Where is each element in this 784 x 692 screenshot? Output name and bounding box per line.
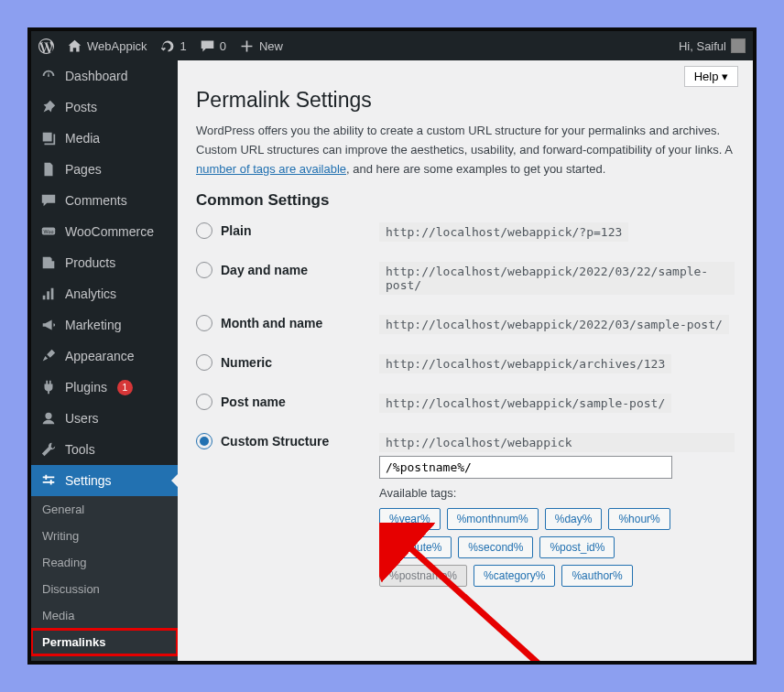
tag-year[interactable]: %year% xyxy=(379,508,441,530)
sidebar-item-products[interactable]: Products xyxy=(31,247,178,278)
sidebar-item-pages[interactable]: Pages xyxy=(31,154,178,185)
new-content-link[interactable]: New xyxy=(239,38,283,54)
media-icon xyxy=(40,130,57,146)
submenu-privacy[interactable]: Privacy xyxy=(31,655,178,661)
tag-category[interactable]: %category% xyxy=(474,565,555,587)
tag-second[interactable]: %second% xyxy=(458,536,533,558)
common-settings-heading: Common Settings xyxy=(196,191,735,210)
comments-link[interactable]: 0 xyxy=(200,38,226,54)
comment-bubble-icon xyxy=(200,38,215,54)
plus-icon xyxy=(239,38,255,54)
sidebar-item-tools[interactable]: Tools xyxy=(31,434,178,465)
tag-monthnum[interactable]: %monthnum% xyxy=(447,508,539,530)
tag-postid[interactable]: %post_id% xyxy=(539,536,615,558)
account-menu[interactable]: Hi, Saiful xyxy=(679,38,746,53)
settings-submenu: General Writing Reading Discussion Media… xyxy=(31,496,178,661)
radio-postname[interactable] xyxy=(196,394,212,410)
tag-minute[interactable]: %minute% xyxy=(379,536,452,558)
example-numeric: http://localhost/webappick/archives/123 xyxy=(379,354,671,373)
sidebar-item-settings[interactable]: Settings xyxy=(31,465,178,496)
permalink-opt-numeric: Numeric http://localhost/webappick/archi… xyxy=(196,354,735,373)
radio-custom[interactable] xyxy=(196,433,212,449)
submenu-media[interactable]: Media xyxy=(31,602,178,629)
radio-numeric[interactable] xyxy=(196,354,212,371)
megaphone-icon xyxy=(40,317,57,333)
plugins-update-badge: 1 xyxy=(117,380,133,395)
permalink-opt-plain: Plain http://localhost/webappick/?p=123 xyxy=(196,222,735,242)
permalink-opt-postname: Post name http://localhost/webappick/sam… xyxy=(196,394,735,413)
site-link[interactable]: WebAppick xyxy=(67,38,147,54)
sidebar-item-media[interactable]: Media xyxy=(31,123,178,154)
submenu-permalinks[interactable]: Permalinks xyxy=(31,629,178,655)
example-monthname: http://localhost/webappick/2022/03/sampl… xyxy=(379,315,729,334)
wordpress-icon xyxy=(38,38,54,54)
page-title: Permalink Settings xyxy=(196,88,735,113)
sidebar-item-marketing[interactable]: Marketing xyxy=(31,309,178,341)
wrench-icon xyxy=(40,441,57,458)
radio-dayname[interactable] xyxy=(196,262,212,278)
tag-postname[interactable]: %postname% xyxy=(379,565,467,587)
admin-toolbar: WebAppick 1 0 New Hi, Saiful xyxy=(31,31,753,60)
tag-hour[interactable]: %hour% xyxy=(608,508,670,530)
permalink-opt-dayname: Day and name http://localhost/webappick/… xyxy=(196,262,735,295)
radio-plain[interactable] xyxy=(196,222,212,239)
example-dayname: http://localhost/webappick/2022/03/22/sa… xyxy=(379,262,735,295)
sidebar-item-analytics[interactable]: Analytics xyxy=(31,278,178,309)
intro-tags-link[interactable]: number of tags are available xyxy=(196,162,346,176)
radio-monthname[interactable] xyxy=(196,315,212,331)
plug-icon xyxy=(40,379,57,395)
example-postname: http://localhost/webappick/sample-post/ xyxy=(379,394,671,413)
svg-text:Woo: Woo xyxy=(44,229,54,234)
permalink-opt-custom: Custom Structure http://localhost/webapp… xyxy=(196,433,735,587)
sidebar-item-dashboard[interactable]: Dashboard xyxy=(31,60,178,92)
bars-icon xyxy=(40,286,57,302)
sidebar-item-appearance[interactable]: Appearance xyxy=(31,341,178,372)
pages-icon xyxy=(40,161,57,178)
custom-url-prefix: http://localhost/webappick xyxy=(379,433,735,452)
submenu-writing[interactable]: Writing xyxy=(31,523,178,549)
wp-logo-menu[interactable] xyxy=(38,38,54,54)
sidebar-item-comments[interactable]: Comments xyxy=(31,185,178,216)
gauge-icon xyxy=(40,68,57,84)
woo-icon: Woo xyxy=(40,223,57,240)
sidebar-item-plugins[interactable]: Plugins 1 xyxy=(31,372,178,403)
main-content: Help ▾ Permalink Settings WordPress offe… xyxy=(178,60,753,661)
home-icon xyxy=(67,38,82,54)
permalink-opt-monthname: Month and name http://localhost/webappic… xyxy=(196,315,735,334)
admin-sidebar: Dashboard Posts Media Pages Comments Woo… xyxy=(31,60,178,661)
wp-admin-window: WebAppick 1 0 New Hi, Saiful Dashboard xyxy=(27,27,757,665)
submenu-general[interactable]: General xyxy=(31,496,178,523)
available-tags-label: Available tags: xyxy=(379,486,735,500)
example-plain: http://localhost/webappick/?p=123 xyxy=(379,222,628,242)
sidebar-item-posts[interactable]: Posts xyxy=(31,92,178,123)
product-icon xyxy=(40,254,57,271)
custom-structure-input[interactable] xyxy=(379,456,672,479)
brush-icon xyxy=(40,348,57,364)
pin-icon xyxy=(40,99,57,115)
user-icon xyxy=(40,410,57,427)
updates-link[interactable]: 1 xyxy=(160,38,187,54)
sidebar-item-users[interactable]: Users xyxy=(31,403,178,434)
submenu-discussion[interactable]: Discussion xyxy=(31,576,178,602)
tag-author[interactable]: %author% xyxy=(561,565,632,587)
refresh-icon xyxy=(160,38,176,54)
sidebar-item-woocommerce[interactable]: Woo WooCommerce xyxy=(31,216,178,247)
tag-day[interactable]: %day% xyxy=(545,508,603,530)
help-tab-button[interactable]: Help ▾ xyxy=(684,66,738,87)
user-avatar-icon xyxy=(731,38,746,53)
sliders-icon xyxy=(40,472,57,489)
intro-paragraph: WordPress offers you the ability to crea… xyxy=(196,122,735,178)
comment-icon xyxy=(40,192,57,209)
submenu-reading[interactable]: Reading xyxy=(31,549,178,576)
